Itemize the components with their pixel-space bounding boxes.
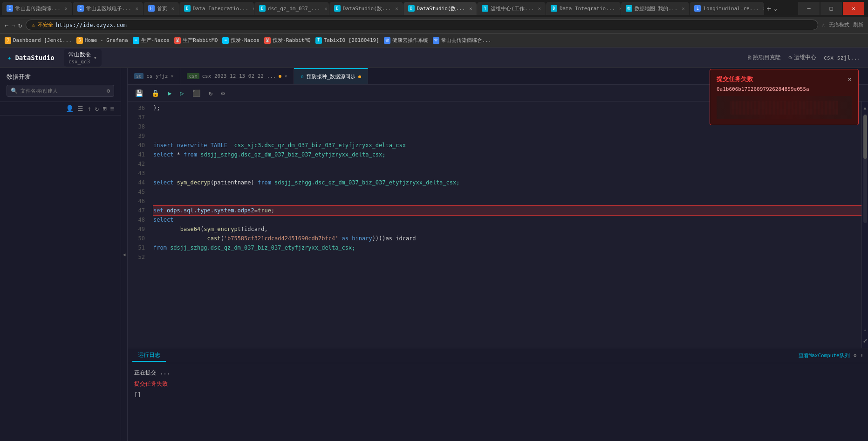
bookmark-rabbitmq-pre[interactable]: 🐰 预发-RabbitMQ	[264, 37, 311, 44]
tab-close-btn[interactable]: ×	[763, 6, 765, 11]
tab-close-btn[interactable]: ×	[136, 6, 138, 11]
browser-tab-3[interactable]: H 首页 ×	[144, 2, 179, 15]
tab-title: 运维中心(工作...	[491, 5, 534, 12]
app-logo: ✦ DataStudio	[7, 54, 55, 61]
run-selected-btn[interactable]: ▷	[177, 88, 186, 99]
reload-btn[interactable]: ↻	[18, 21, 22, 29]
tab-title: DataStudio(数...	[417, 5, 465, 12]
save-file-icon[interactable]: 💾	[132, 88, 146, 99]
file-tab-csx-2023[interactable]: csx csx_2023_12_13_02_22_... ×	[180, 68, 294, 84]
log-settings-icon[interactable]: ⚙	[854, 353, 857, 359]
sidebar-content	[0, 115, 121, 441]
file-modified-indicator	[358, 75, 361, 78]
browser-tab-9[interactable]: D Data Integratio... ×	[546, 2, 621, 15]
close-btn[interactable]: ✕	[843, 2, 864, 15]
tab-close-btn[interactable]: ×	[253, 6, 254, 11]
browser-tab-6[interactable]: D DataStudio(数... ×	[329, 2, 403, 15]
tab-title: 首页	[157, 5, 167, 12]
security-warning-icon: ⚠	[32, 22, 35, 28]
clock-icon[interactable]: ⊞	[103, 105, 106, 112]
tab-close-btn[interactable]: ×	[324, 6, 327, 11]
tab-close-btn[interactable]: ×	[619, 6, 621, 11]
browser-tab-10[interactable]: 数 数据地图-我的... ×	[621, 2, 690, 15]
bookmark-csx[interactable]: 常 常山县传染病综合...	[433, 37, 492, 44]
tab-close-btn[interactable]: ×	[171, 6, 174, 11]
code-line-50: cast('b75585cf321cdcad42451690cdb7bfc4' …	[153, 234, 861, 243]
code-line-41: select * from sdsjj_szhgg.dsc_qz_dm_037_…	[153, 150, 861, 159]
file-tab-label: 预防接种_数据源同步	[307, 73, 356, 80]
code-content[interactable]: ); insert overwrite TABLE csx_sjc3.dsc_q…	[149, 102, 861, 348]
run-btn[interactable]: ▶	[165, 88, 174, 99]
bookmark-grafana[interactable]: G Home - Grafana	[76, 37, 128, 44]
forward-btn[interactable]: →	[11, 21, 15, 29]
filter-icon[interactable]: ⚙	[107, 88, 110, 94]
browser-tab-2[interactable]: C 常山县区域电子... ×	[73, 2, 143, 15]
sidebar-search[interactable]: 🔍 ⚙	[7, 85, 114, 97]
tab-list-btn[interactable]: ⌄	[774, 5, 777, 12]
bookmark-rabbitmq-prod[interactable]: 🐰 生产RabbitMQ	[174, 37, 218, 44]
bookmark-jenkins[interactable]: J Dashboard [Jenki...	[5, 37, 72, 44]
file-tab-close[interactable]: ×	[171, 74, 173, 79]
stop-btn[interactable]: ⬛	[190, 88, 203, 99]
log-tab-runtime[interactable]: 运行日志	[132, 349, 166, 362]
browser-tab-4[interactable]: D Data Integratio... ×	[179, 2, 254, 15]
file-tab-close[interactable]: ×	[284, 74, 287, 79]
error-popup-close-btn[interactable]: ×	[848, 75, 852, 83]
filter-settings-icon[interactable]: ≡	[110, 105, 114, 112]
browser-tab-1[interactable]: C 常山县传染病综... ×	[2, 2, 72, 15]
person-icon[interactable]: 👤	[66, 105, 74, 112]
clone-icon: ⎘	[748, 54, 751, 61]
workspace-chevron-icon: ▾	[94, 54, 97, 61]
expand-editor-btn[interactable]: ⤢	[861, 336, 868, 346]
settings-editor-icon[interactable]: ⚙	[218, 88, 227, 99]
user-profile-btn[interactable]: csx-szjl...	[824, 54, 861, 61]
tab-title: 常山县传染病综...	[15, 5, 61, 12]
bookmark-star-btn[interactable]: ☆	[822, 21, 825, 28]
refresh-icon[interactable]: ↻	[95, 105, 99, 112]
logo-icon: ✦	[7, 54, 11, 61]
address-input[interactable]: ⚠ 不安全 https://ide.qzyzx.com	[26, 20, 818, 30]
bookmark-tabixio[interactable]: T TabixIO [20180419]	[315, 37, 379, 44]
file-tab-yfjz-sync[interactable]: ⊙ 预防接种_数据源同步	[294, 68, 368, 84]
search-input[interactable]	[21, 88, 104, 94]
tab-close-btn[interactable]: ×	[682, 6, 684, 11]
tab-close-btn[interactable]: ×	[538, 6, 541, 11]
back-btn[interactable]: ←	[5, 21, 8, 29]
sidebar-toolbar: 👤 ☰ ↑ ↻ ⊞ ≡	[0, 102, 121, 115]
refresh-editor-btn[interactable]: ↻	[206, 88, 215, 99]
tab-title: 常山县区域电子...	[86, 5, 131, 12]
project-clone-btn[interactable]: ⎘ 跳项目克隆	[748, 54, 781, 61]
bookmark-nacos-prod[interactable]: ∞ 生产-Nacos	[133, 37, 170, 44]
refresh-page-btn[interactable]: 刷新	[853, 21, 863, 28]
new-tab-btn[interactable]: +	[766, 4, 771, 13]
minimize-btn[interactable]: —	[798, 2, 820, 15]
log-bracket: []	[134, 390, 861, 400]
bookmark-nacos-pre[interactable]: ∞ 预发-Nacos	[222, 37, 260, 44]
browser-tab-11[interactable]: L longitudinal-re... ×	[690, 2, 764, 15]
maximize-btn[interactable]: □	[820, 2, 842, 15]
table-icon[interactable]: ☰	[77, 105, 83, 112]
tab-title: longitudinal-re...	[703, 6, 759, 12]
lock-icon[interactable]: 🔒	[149, 88, 162, 99]
editor-scrollbar: ▲ ↓ ⤢	[861, 102, 868, 348]
browser-tab-8[interactable]: Y 运维中心(工作... ×	[477, 2, 546, 15]
sidebar-collapse-btn[interactable]: ◀	[121, 68, 128, 441]
maxcompute-queue-link[interactable]: 查看MaxCompute队列	[799, 352, 850, 359]
app-title: DataStudio	[15, 54, 54, 61]
tab-close-btn[interactable]: ×	[396, 6, 398, 11]
error-notification-popup: 提交任务失败 × 0a1b606b17026097926284859e055a	[710, 69, 859, 125]
scroll-up-btn[interactable]: ▲	[863, 103, 866, 112]
file-tab-cs-yfjz[interactable]: sd cs_yfjz ×	[128, 68, 180, 84]
upload-icon[interactable]: ↑	[87, 105, 91, 112]
file-modified-indicator	[279, 75, 281, 78]
browser-tab-5[interactable]: D dsc_qz_dm_037_... ×	[254, 2, 329, 15]
code-line-44: select sym_decryp(patientname) from sdsj…	[153, 178, 861, 187]
ops-center-btn[interactable]: ⊕ 运维中心	[788, 54, 816, 61]
tab-close-btn[interactable]: ×	[469, 6, 472, 11]
tab-close-btn[interactable]: ×	[65, 6, 68, 11]
workspace-selector[interactable]: 常山数仓 csx_gc3 ▾	[64, 49, 102, 67]
log-download-icon[interactable]: ⬇	[860, 353, 863, 359]
bookmark-health-cloud[interactable]: 健 健康云操作系统	[384, 37, 428, 44]
browser-tab-7[interactable]: D DataStudio(数... ×	[403, 2, 477, 15]
scroll-down-btn[interactable]: ↓	[863, 325, 866, 334]
